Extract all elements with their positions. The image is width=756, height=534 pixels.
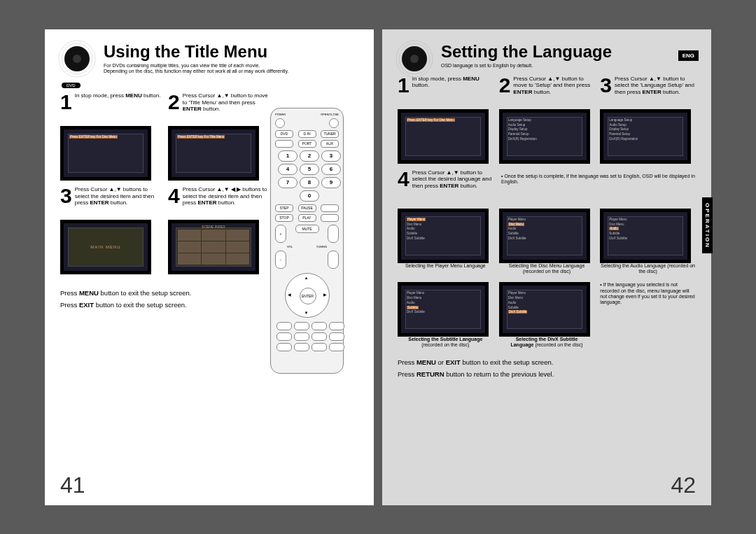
function-button[interactable] xyxy=(329,343,344,351)
function-button[interactable] xyxy=(276,322,292,330)
function-button[interactable] xyxy=(294,322,309,330)
cursor-right-icon[interactable]: ▶ xyxy=(323,292,327,297)
step-1: 1 In stop mode, press MENU button. Press… xyxy=(398,76,493,164)
function-button[interactable] xyxy=(276,332,292,341)
remote-control: POWER OPEN/CLOSE DVD D.IN TUNER PORT AUX… xyxy=(270,108,344,374)
screen-caption: Selecting the Audio Language (recorded o… xyxy=(600,263,696,274)
screen-text: Player MenuDisc MenuAudioSubtitleDivX Su… xyxy=(508,291,559,315)
screen-block: Player MenuDisc MenuAudioSubtitleDivX Su… xyxy=(499,206,595,274)
footer-notes: Press MENU or EXIT button to exit the se… xyxy=(398,356,696,380)
function-button[interactable] xyxy=(312,322,327,330)
step-number: 1 xyxy=(60,92,72,111)
step-2: 2 Press Cursor ▲,▼ button to move to 'Se… xyxy=(499,76,595,164)
step-text: Press Cursor ▲,▼ button to move to 'Setu… xyxy=(513,76,594,96)
page-left: Using the Title Menu For DVDs containing… xyxy=(45,29,374,505)
num-button[interactable]: 3 xyxy=(321,150,341,162)
page-right: Setting the Language OSD language is set… xyxy=(382,29,711,505)
page-number: 41 xyxy=(60,472,85,498)
transport-button[interactable] xyxy=(321,214,339,222)
step-1: 1 In stop mode, press MENU button. Press… xyxy=(60,92,162,181)
transport-button[interactable]: STEP xyxy=(275,204,293,212)
cursor-up-icon[interactable]: ▲ xyxy=(304,276,309,280)
source-button[interactable]: AUX xyxy=(321,140,339,148)
step-text: Press Cursor ▲,▼ button to select the 'L… xyxy=(615,76,696,96)
tv-screen: Player MenuDisc MenuAudioSubtitleDivX Su… xyxy=(499,209,590,263)
num-button[interactable]: 7 xyxy=(278,177,298,188)
tv-screen: MAIN MENU xyxy=(60,220,151,274)
tv-screen: Player MenuDisc MenuAudioSubtitleDivX Su… xyxy=(600,209,691,263)
num-button[interactable]: 4 xyxy=(278,164,298,175)
vol-up[interactable]: + xyxy=(275,225,286,243)
step-number: 2 xyxy=(168,92,180,111)
step-text: Press Cursor ▲,▼ button to select the de… xyxy=(412,169,496,190)
function-button[interactable] xyxy=(312,332,327,341)
screen-text: Language Setup Audio Setup Display Setup… xyxy=(508,118,559,142)
screen-caption: Selecting the Disc Menu Language (record… xyxy=(499,263,595,274)
tuning-down[interactable] xyxy=(328,251,339,269)
page-number: 42 xyxy=(671,472,696,498)
function-button[interactable] xyxy=(294,343,309,351)
footer-line: Press EXIT button to exit the setup scre… xyxy=(60,299,270,311)
source-button[interactable]: PORT xyxy=(298,140,316,148)
num-button[interactable]: 1 xyxy=(278,150,298,162)
vol-down[interactable]: − xyxy=(275,251,286,269)
mute-button[interactable]: MUTE xyxy=(295,225,319,233)
step-2: 2 Press Cursor ▲,▼ button to move to 'Ti… xyxy=(168,92,270,181)
enter-button[interactable]: ENTER xyxy=(300,288,316,304)
step-text: In stop mode, press MENU button. xyxy=(75,92,161,99)
function-button[interactable] xyxy=(294,332,309,341)
tv-screen: Player MenuDisc MenuAudioSubtitleDivX Su… xyxy=(398,282,489,337)
note-block: If the language you selected is not reco… xyxy=(600,279,696,347)
step-text: Press Cursor ▲,▼ ◀,▶ buttons to select t… xyxy=(183,186,270,206)
open-close-button[interactable] xyxy=(329,118,339,128)
tv-screen: Player MenuDisc MenuAudioSubtitleDivX Su… xyxy=(499,282,590,337)
speaker-icon xyxy=(57,39,97,78)
num-button[interactable]: 2 xyxy=(300,150,319,162)
screen-text: SCENE INDEX xyxy=(172,225,255,229)
screen-text: Language Setup Audio Setup Display Setup… xyxy=(609,118,659,142)
num-button[interactable]: 0 xyxy=(300,190,319,202)
footer-notes: Press MENU button to exit the setup scre… xyxy=(60,287,270,311)
tv-screen: Press ENTER key For Title Menu xyxy=(168,126,259,181)
nav-wheel[interactable]: ENTER ▲ ▼ ◀ ▶ xyxy=(285,273,330,318)
transport-button[interactable]: PAUSE xyxy=(298,204,316,212)
dvd-badge: DVD xyxy=(62,83,80,88)
source-button[interactable]: D.IN xyxy=(298,130,316,138)
transport-button[interactable] xyxy=(321,204,339,212)
screen-block: Player MenuDisc MenuAudioSubtitleDivX Su… xyxy=(600,206,696,274)
source-button[interactable] xyxy=(275,140,293,148)
tuning-up[interactable] xyxy=(328,225,339,243)
tv-screen: Player MenuDisc MenuAudioSubtitleDivX Su… xyxy=(398,209,489,263)
cursor-left-icon[interactable]: ◀ xyxy=(288,292,291,297)
remote-label: VOL xyxy=(287,245,293,248)
num-button[interactable]: 9 xyxy=(321,177,341,188)
step-4: 4 Press Cursor ▲,▼ ◀,▶ buttons to select… xyxy=(168,186,270,274)
num-button[interactable]: 5 xyxy=(300,164,319,175)
step-number: 3 xyxy=(600,76,612,94)
screen-text: Player MenuDisc MenuAudioSubtitleDivX Su… xyxy=(407,218,457,241)
page-subtitle: OSD language is set to English by defaul… xyxy=(441,63,696,69)
function-button[interactable] xyxy=(276,343,292,351)
source-button[interactable]: TUNER xyxy=(321,130,339,138)
page-title: Using the Title Menu xyxy=(104,42,358,62)
footer-line: Press MENU button to exit the setup scre… xyxy=(60,287,270,299)
function-grid xyxy=(276,322,337,351)
svg-point-3 xyxy=(73,55,81,63)
remote-label: OPEN/CLOSE xyxy=(321,113,339,116)
transport-button[interactable]: STOP xyxy=(275,214,293,222)
num-button[interactable]: 8 xyxy=(300,177,319,188)
screen-text: Press ENTER key For Disc Menu xyxy=(407,118,455,122)
cursor-down-icon[interactable]: ▼ xyxy=(304,311,309,315)
function-button[interactable] xyxy=(312,343,327,351)
step-3: 3 Press Cursor ▲,▼ button to select the … xyxy=(600,76,696,164)
num-button[interactable]: 6 xyxy=(321,164,341,175)
step-number: 4 xyxy=(398,169,410,188)
source-button[interactable]: DVD xyxy=(275,130,293,138)
function-button[interactable] xyxy=(329,322,344,330)
screen-block: Player MenuDisc MenuAudioSubtitleDivX Su… xyxy=(499,279,595,347)
tv-screen: Language Setup Audio Setup Display Setup… xyxy=(600,109,691,164)
transport-button[interactable]: PLAY xyxy=(298,214,316,222)
screen-caption: Selecting the Subtitle Language(recorded… xyxy=(398,337,493,347)
function-button[interactable] xyxy=(329,332,344,341)
power-button[interactable] xyxy=(275,118,285,128)
